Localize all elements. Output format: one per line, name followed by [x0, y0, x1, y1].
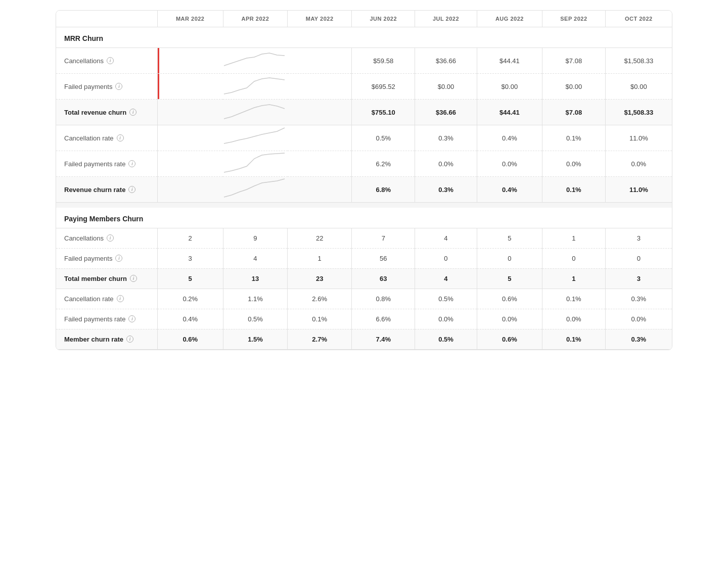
table-header: MAR 2022APR 2022MAY 2022JUN 2022JUL 2022… — [56, 11, 672, 27]
row-label-text: Revenue churn rate — [64, 186, 125, 194]
row-label-text: Cancellation rate — [64, 134, 114, 142]
cell-value: 1.5% — [223, 329, 287, 349]
header-label-col — [56, 11, 157, 27]
header-col-apr-2022: APR 2022 — [223, 11, 287, 27]
header-col-jul-2022: JUL 2022 — [415, 11, 477, 27]
row-label-text: Member churn rate — [64, 336, 123, 343]
info-icon[interactable]: i — [115, 255, 122, 262]
info-icon[interactable]: i — [107, 234, 114, 242]
table-row: Total member churni51323634513 — [56, 268, 672, 289]
row-label: Failed paymentsi — [56, 248, 157, 268]
cell-value: 56 — [352, 248, 415, 268]
row-label-text: Total member churn — [64, 275, 127, 282]
cell-value: 0.1% — [542, 329, 606, 349]
sparkline-cell — [157, 125, 352, 151]
row-label-text: Cancellations — [64, 57, 104, 65]
table-row: Cancellationsi$59.58$36.66$44.41$7.08$1,… — [56, 48, 672, 74]
cell-value: 5 — [477, 268, 542, 289]
cell-value: 0.4% — [477, 125, 542, 151]
cell-value: $0.00 — [605, 74, 672, 100]
row-label: Cancellation ratei — [56, 125, 157, 151]
row-label-text: Cancellations — [64, 234, 104, 242]
row-label: Total revenue churni — [56, 100, 157, 125]
header-col-jun-2022: JUN 2022 — [352, 11, 415, 27]
row-label: Total member churni — [56, 268, 157, 289]
cell-value: 0.1% — [288, 309, 352, 329]
cell-value: 11.0% — [605, 177, 672, 203]
sparkline-svg — [204, 125, 305, 151]
info-icon[interactable]: i — [130, 275, 137, 282]
cell-value: 7.4% — [352, 329, 415, 349]
row-label-text: Failed payments rate — [64, 160, 125, 168]
row-label: Cancellationsi — [56, 48, 157, 74]
cell-value: 0.0% — [542, 309, 606, 329]
table-row: Total revenue churni$755.10$36.66$44.41$… — [56, 100, 672, 125]
cell-value: 0.0% — [605, 309, 672, 329]
cell-value: $59.58 — [352, 48, 415, 74]
info-icon[interactable]: i — [126, 336, 133, 343]
cell-value: 11.0% — [605, 125, 672, 151]
row-label-text: Failed payments — [64, 83, 112, 90]
cell-value: $1,508.33 — [605, 48, 672, 74]
cell-value: $36.66 — [415, 48, 477, 74]
cell-value: 1 — [288, 248, 352, 268]
cell-value: 4 — [223, 248, 287, 268]
table-row: Revenue churn ratei6.8%0.3%0.4%0.1%11.0% — [56, 177, 672, 203]
row-label: Failed paymentsi — [56, 74, 157, 100]
cell-value: 0.3% — [605, 329, 672, 349]
sparkline-svg — [204, 100, 305, 125]
table-row: Cancellationsi292274513 — [56, 228, 672, 248]
cell-value: 0.0% — [477, 309, 542, 329]
churn-table: MAR 2022APR 2022MAY 2022JUN 2022JUL 2022… — [56, 10, 672, 350]
cell-value: 0 — [542, 248, 606, 268]
header-col-mar-2022: MAR 2022 — [157, 11, 223, 27]
info-icon[interactable]: i — [128, 160, 135, 167]
cell-value: 0.4% — [477, 177, 542, 203]
row-label-text: Failed payments — [64, 255, 112, 262]
cell-value: 1 — [542, 268, 606, 289]
info-icon[interactable]: i — [128, 315, 135, 322]
info-icon[interactable]: i — [128, 186, 135, 193]
cell-value: 0.2% — [157, 289, 223, 309]
cell-value: 22 — [288, 228, 352, 248]
cell-value: 2.6% — [288, 289, 352, 309]
header-col-oct-2022: OCT 2022 — [605, 11, 672, 27]
cell-value: 4 — [415, 228, 477, 248]
cell-value: 0.5% — [415, 289, 477, 309]
section-header-1: Paying Members Churn — [56, 208, 672, 228]
row-label: Failed payments ratei — [56, 309, 157, 329]
table-row: Cancellation ratei0.2%1.1%2.6%0.8%0.5%0.… — [56, 289, 672, 309]
cell-value: 23 — [288, 268, 352, 289]
cell-value: $0.00 — [477, 74, 542, 100]
info-icon[interactable]: i — [107, 57, 114, 64]
table-row: Failed payments ratei6.2%0.0%0.0%0.0%0.0… — [56, 151, 672, 177]
cell-value: 0.3% — [415, 177, 477, 203]
table-row: Failed payments ratei0.4%0.5%0.1%6.6%0.0… — [56, 309, 672, 329]
cell-value: 0.1% — [542, 177, 606, 203]
cell-value: 0.6% — [157, 329, 223, 349]
table-row: Failed paymentsi$695.52$0.00$0.00$0.00$0… — [56, 74, 672, 100]
info-icon[interactable]: i — [117, 134, 124, 141]
cell-value: 4 — [415, 268, 477, 289]
info-icon[interactable]: i — [129, 109, 136, 116]
info-icon[interactable]: i — [115, 83, 122, 90]
row-label: Cancellationsi — [56, 228, 157, 248]
cell-value: 0.1% — [542, 289, 606, 309]
cell-value: $7.08 — [542, 48, 606, 74]
info-icon[interactable]: i — [117, 295, 124, 302]
sparkline-cell — [157, 100, 352, 125]
cell-value: 9 — [223, 228, 287, 248]
section-header-0: MRR Churn — [56, 27, 672, 48]
row-label: Cancellation ratei — [56, 289, 157, 309]
row-label-text: Total revenue churn — [64, 109, 126, 116]
cell-value: 0.5% — [223, 309, 287, 329]
cell-value: 0.0% — [477, 151, 542, 177]
cell-value: 1.1% — [223, 289, 287, 309]
row-label: Member churn ratei — [56, 329, 157, 349]
cell-value: 5 — [157, 268, 223, 289]
cell-value: 3 — [605, 268, 672, 289]
cell-value: 63 — [352, 268, 415, 289]
header-col-aug-2022: AUG 2022 — [477, 11, 542, 27]
cell-value: 0 — [477, 248, 542, 268]
cell-value: 0.0% — [415, 151, 477, 177]
